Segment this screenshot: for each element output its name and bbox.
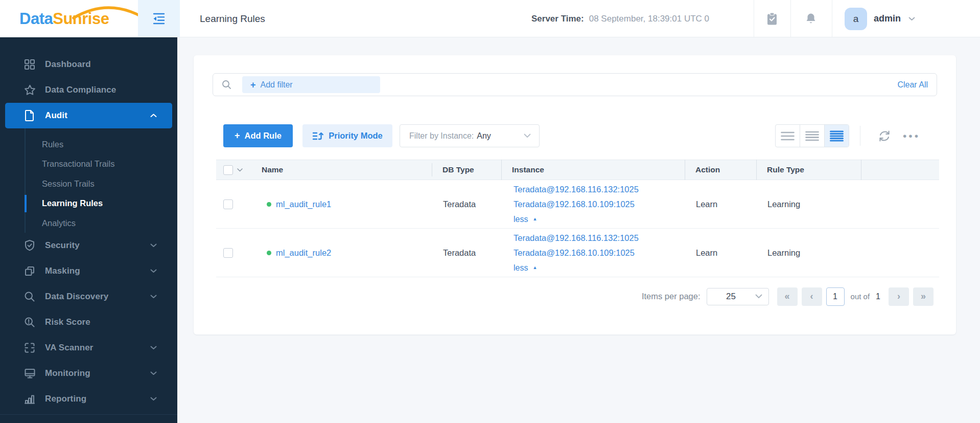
sidebar-item-risk-score[interactable]: Risk Score bbox=[0, 309, 177, 335]
previous-page-button[interactable]: ‹ bbox=[802, 287, 822, 306]
bell-icon bbox=[805, 12, 817, 26]
collapse-instances-link[interactable]: less ▲ bbox=[514, 260, 685, 275]
chevron-down-icon bbox=[755, 294, 762, 299]
lines-3-icon bbox=[781, 131, 795, 141]
plus-icon: + bbox=[235, 130, 240, 141]
row-checkbox[interactable] bbox=[223, 199, 233, 209]
brand-logo[interactable]: Data Sunrise bbox=[19, 0, 109, 37]
pagination: Items per page: 25 « ‹ 1 out of 1 › bbox=[642, 285, 934, 308]
instance-link[interactable]: Teradata@192.168.10.109:1025 bbox=[514, 246, 685, 260]
sidebar-collapse-button[interactable] bbox=[138, 0, 180, 37]
collapse-sidebar-icon bbox=[151, 12, 167, 25]
chevron-right-icon: › bbox=[897, 291, 900, 302]
add-filter-label: Add filter bbox=[261, 80, 293, 90]
instance-link[interactable]: Teradata@192.168.116.132:1025 bbox=[514, 182, 685, 197]
next-page-button[interactable]: › bbox=[889, 287, 909, 306]
rule-name-link[interactable]: ml_audit_rule1 bbox=[276, 199, 331, 209]
priority-mode-button[interactable]: Priority Mode bbox=[302, 124, 392, 147]
row-select-cell bbox=[216, 199, 261, 209]
tasks-button[interactable] bbox=[761, 0, 783, 37]
avatar-initial: a bbox=[853, 13, 859, 25]
clear-all-link[interactable]: Clear All bbox=[897, 80, 928, 90]
sidebar-item-label: Risk Score bbox=[45, 317, 90, 327]
add-rule-button[interactable]: + Add Rule bbox=[223, 124, 293, 147]
instance-cell: Teradata@192.168.116.132:1025 Teradata@1… bbox=[501, 182, 685, 227]
column-header-action[interactable]: Action bbox=[685, 160, 756, 180]
sidebar-item-reporting[interactable]: Reporting bbox=[0, 386, 177, 412]
sidebar-item-data-compliance[interactable]: Data Compliance bbox=[0, 77, 177, 103]
view-expanded-button[interactable] bbox=[824, 125, 849, 147]
instance-link[interactable]: Teradata@192.168.10.109:1025 bbox=[514, 197, 685, 212]
chevron-up-icon bbox=[150, 114, 157, 118]
items-per-page-label: Items per page: bbox=[642, 292, 701, 301]
view-compact-button[interactable] bbox=[776, 125, 800, 147]
subnav-item-label: Transactional Trails bbox=[42, 159, 114, 169]
triangle-up-icon: ▲ bbox=[532, 212, 537, 227]
app-screen: Data Sunrise Learning Rules Server Time:… bbox=[0, 0, 980, 423]
view-medium-button[interactable] bbox=[800, 125, 824, 147]
rule-name-cell: ml_audit_rule2 bbox=[261, 248, 432, 258]
column-header-db-type[interactable]: DB Type bbox=[432, 163, 501, 176]
topbar: Data Sunrise Learning Rules Server Time:… bbox=[0, 0, 980, 37]
chevron-down-icon bbox=[150, 346, 157, 350]
chevron-down-icon bbox=[908, 17, 915, 21]
total-pages-value: 1 bbox=[876, 292, 880, 301]
sidebar-item-rules[interactable]: Rules bbox=[26, 135, 177, 154]
sidebar-item-analytics[interactable]: Analytics bbox=[26, 213, 177, 233]
user-menu[interactable]: a admin bbox=[845, 0, 915, 37]
last-page-button[interactable]: » bbox=[913, 287, 934, 306]
first-page-button[interactable]: « bbox=[777, 287, 798, 306]
sidebar-item-label: Data Discovery bbox=[45, 292, 108, 302]
sidebar-item-session-trails[interactable]: Session Trails bbox=[26, 174, 177, 194]
rule-name-link[interactable]: ml_audit_rule2 bbox=[276, 248, 331, 258]
topbar-divider bbox=[790, 0, 791, 37]
refresh-button[interactable] bbox=[875, 124, 894, 147]
status-dot-icon bbox=[267, 202, 271, 207]
select-all-cell bbox=[216, 165, 261, 175]
logo-word-data: Data bbox=[19, 10, 53, 28]
items-per-page-select[interactable]: 25 bbox=[707, 288, 769, 305]
column-header-rule-type[interactable]: Rule Type bbox=[756, 160, 861, 180]
add-filter-button[interactable]: + Add filter bbox=[242, 76, 380, 93]
bar-chart-icon bbox=[23, 393, 36, 405]
audit-subnav: Rules Transactional Trails Session Trail… bbox=[25, 128, 177, 233]
page-title: Learning Rules bbox=[200, 0, 265, 37]
topbar-divider bbox=[754, 0, 754, 37]
action-cell: Learn bbox=[685, 199, 756, 209]
masking-squares-icon bbox=[23, 265, 36, 277]
chevron-down-icon bbox=[150, 371, 157, 375]
instance-filter-dropdown[interactable]: Filter by Instance: Any bbox=[400, 124, 540, 147]
add-rule-label: Add Rule bbox=[245, 131, 282, 141]
out-of-label: out of bbox=[851, 292, 870, 301]
collapse-instances-link[interactable]: less ▲ bbox=[514, 212, 685, 227]
row-checkbox[interactable] bbox=[223, 248, 233, 258]
lines-5-icon bbox=[830, 130, 844, 142]
sidebar-item-dashboard[interactable]: Dashboard bbox=[0, 52, 177, 77]
sidebar-item-learning-rules[interactable]: Learning Rules bbox=[26, 194, 177, 214]
current-page-box[interactable]: 1 bbox=[826, 287, 845, 306]
sidebar-item-va-scanner[interactable]: VA Scanner bbox=[0, 335, 177, 361]
instance-filter-value: Any bbox=[477, 131, 491, 141]
ellipsis-icon: ••• bbox=[903, 130, 920, 142]
chevron-down-icon[interactable] bbox=[237, 168, 243, 172]
select-all-checkbox[interactable] bbox=[223, 165, 233, 175]
more-actions-button[interactable]: ••• bbox=[899, 124, 922, 147]
instance-link[interactable]: Teradata@192.168.116.132:1025 bbox=[514, 231, 685, 246]
column-header-name[interactable]: Name bbox=[261, 160, 432, 180]
sidebar-item-monitoring[interactable]: Monitoring bbox=[0, 361, 177, 386]
sidebar-item-masking[interactable]: Masking bbox=[0, 258, 177, 284]
less-label: less bbox=[514, 212, 528, 227]
column-header-empty bbox=[861, 160, 939, 180]
notifications-button[interactable] bbox=[800, 0, 822, 37]
sidebar-item-label: Dashboard bbox=[45, 59, 91, 70]
server-time-label: Server Time: bbox=[531, 14, 584, 24]
column-header-instance[interactable]: Instance bbox=[501, 160, 685, 180]
sidebar-item-label: Masking bbox=[45, 266, 80, 276]
sidebar-item-security[interactable]: Security bbox=[0, 233, 177, 258]
sidebar-item-transactional-trails[interactable]: Transactional Trails bbox=[26, 154, 177, 174]
current-page-value: 1 bbox=[833, 292, 837, 301]
table-row: ml_audit_rule1 Teradata Teradata@192.168… bbox=[216, 180, 939, 229]
sidebar-item-audit[interactable]: Audit bbox=[5, 103, 172, 128]
sidebar-item-data-discovery[interactable]: Data Discovery bbox=[0, 284, 177, 309]
chevron-down-icon bbox=[150, 397, 157, 401]
